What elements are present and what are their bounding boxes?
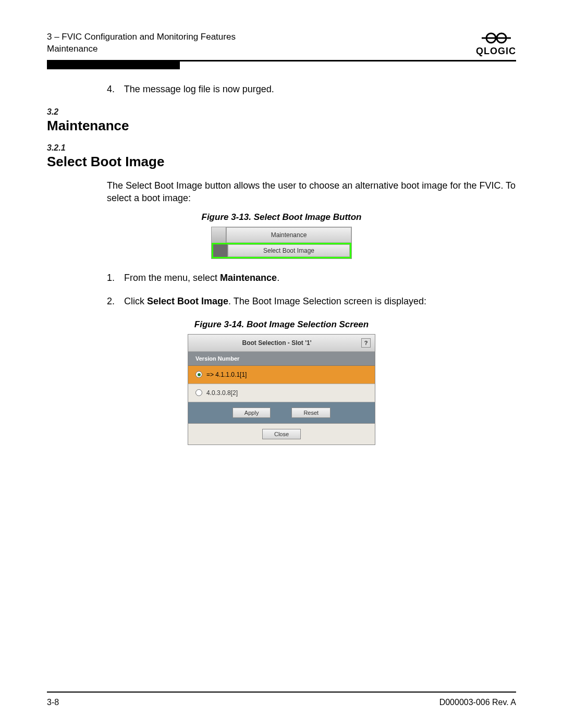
brand-logo: QLOGIC [476,31,516,57]
close-button[interactable]: Close [262,429,301,439]
version-label: => 4.1.1.0.1[1] [206,371,247,378]
list-item: 4. The message log file is now purged. [107,84,516,95]
section-number-3-2-1: 3.2.1 [47,143,516,153]
help-button[interactable]: ? [361,338,371,348]
header-tab-bar [47,61,180,69]
page-header: 3 – FVIC Configuration and Monitoring Fe… [47,31,516,61]
header-section: Maintenance [47,43,236,55]
brand-text: QLOGIC [476,46,516,57]
list-num: 1. [107,273,121,283]
list-num: 4. [107,84,121,95]
figure-3-13: Maintenance Select Boot Image [211,227,352,259]
menu-handle-selected [213,244,228,257]
menu-handle [212,227,226,243]
figure-3-14: Boot Selection - Slot '1' ? Version Numb… [188,334,375,445]
reset-button[interactable]: Reset [291,408,331,418]
radio-icon[interactable] [195,389,202,396]
apply-button[interactable]: Apply [232,408,271,418]
figure-caption-3-14: Figure 3-14. Boot Image Selection Screen [47,319,516,330]
page-footer: 3-8 D000003-006 Rev. A [47,692,516,707]
section-heading-maintenance: Maintenance [47,118,516,134]
list-item: 1. From the menu, select Maintenance. [107,273,516,283]
section-heading-select-boot-image: Select Boot Image [47,154,516,170]
page-number: 3-8 [47,698,59,707]
doc-id: D000003-006 Rev. A [439,698,516,707]
list-item: 2. Click Select Boot Image. The Boot Ima… [107,296,516,307]
radio-icon[interactable] [195,371,202,378]
list-text: Click Select Boot Image. The Boot Image … [124,296,426,306]
column-header-version: Version Number [188,352,375,366]
list-text: From the menu, select Maintenance. [124,273,279,283]
list-num: 2. [107,296,121,307]
paragraph: The Select Boot Image button allows the … [107,179,516,205]
dialog-title: Boot Selection - Slot '1' [192,339,361,347]
header-chapter: 3 – FVIC Configuration and Monitoring Fe… [47,31,236,43]
boot-image-option[interactable]: 4.0.3.0.8[2] [188,384,375,402]
qlogic-icon [481,31,512,45]
maintenance-menu-button[interactable]: Maintenance [226,227,351,243]
version-label: 4.0.3.0.8[2] [206,389,238,397]
figure-caption-3-13: Figure 3-13. Select Boot Image Button [47,212,516,223]
boot-image-option-selected[interactable]: => 4.1.1.0.1[1] [188,366,375,384]
select-boot-image-button[interactable]: Select Boot Image [228,244,350,257]
list-text: The message log file is now purged. [124,84,274,94]
section-number-3-2: 3.2 [47,107,516,117]
